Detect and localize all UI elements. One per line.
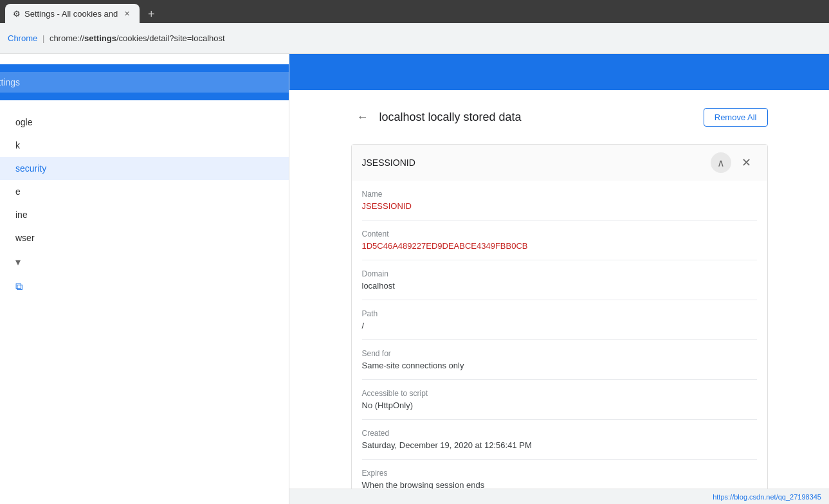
- field-value-created: Saturday, December 19, 2020 at 12:56:41 …: [362, 440, 757, 450]
- address-bar-row: Chrome | chrome://settings/cookies/detai…: [0, 23, 829, 54]
- field-value-expires: When the browsing session ends: [362, 480, 757, 489]
- field-value-content: 1D5C46A489227ED9DEABCE4349FBB0CB: [362, 241, 757, 251]
- cookie-field-path: Path /: [362, 300, 757, 340]
- breadcrumb-chrome-label: Chrome: [8, 33, 37, 43]
- sidebar-items: ogle k security e ine wser ▾ ⧉: [0, 100, 289, 299]
- search-input[interactable]: [0, 72, 289, 93]
- cookie-entry: JSESSIONID ∧ ✕ Name JSESSIONID Content 1…: [351, 144, 768, 489]
- panel-title: localhost locally stored data: [379, 111, 704, 124]
- field-value-send-for: Same-site connections only: [362, 361, 757, 370]
- field-label-name: Name: [362, 190, 757, 199]
- breadcrumb-separator: |: [42, 33, 44, 43]
- tab-close-button[interactable]: ✕: [122, 8, 132, 19]
- url-highlight: settings: [84, 33, 116, 43]
- dropdown-icon: ▾: [15, 256, 21, 267]
- field-label-domain: Domain: [362, 269, 757, 278]
- breadcrumb: Chrome | chrome://settings/cookies/detai…: [8, 33, 225, 43]
- field-value-path: /: [362, 321, 757, 330]
- cookie-field-expires: Expires When the browsing session ends: [362, 460, 757, 489]
- active-tab[interactable]: ⚙ Settings - All cookies and ✕: [5, 4, 140, 23]
- field-label-accessible: Accessible to script: [362, 389, 757, 398]
- sidebar-item-google-label: ogle: [15, 117, 32, 127]
- sidebar-item-security-label: security: [15, 163, 46, 174]
- field-label-send-for: Send for: [362, 349, 757, 358]
- search-container: 🔍: [0, 72, 289, 93]
- field-value-accessible: No (HttpOnly): [362, 401, 757, 410]
- cookie-field-name: Name JSESSIONID: [362, 181, 757, 221]
- sidebar-search-bar: 🔍: [0, 64, 289, 100]
- cookie-field-send-for: Send for Same-site connections only: [362, 340, 757, 380]
- field-value-name: JSESSIONID: [362, 201, 757, 211]
- cookie-field-content: Content 1D5C46A489227ED9DEABCE4349FBB0CB: [362, 221, 757, 260]
- sidebar-item-e-label: e: [15, 186, 21, 197]
- sidebar-external-link[interactable]: ⧉: [0, 274, 289, 299]
- cookie-entry-header: JSESSIONID ∧ ✕: [352, 145, 767, 181]
- content-header-bar: [289, 54, 829, 90]
- titlebar: ⚙ Settings - All cookies and ✕ +: [0, 0, 829, 23]
- main-layout: 🔍 ogle k security e ine wser: [0, 54, 829, 504]
- remove-all-button[interactable]: Remove All: [704, 108, 768, 127]
- cookie-field-domain: Domain localhost: [362, 260, 757, 300]
- new-tab-button[interactable]: +: [142, 5, 160, 23]
- sidebar: 🔍 ogle k security e ine wser: [0, 54, 289, 504]
- content-area: ← localhost locally stored data Remove A…: [289, 54, 829, 504]
- field-label-path: Path: [362, 309, 757, 318]
- tab-bar: ⚙ Settings - All cookies and ✕ +: [5, 0, 160, 23]
- cookie-panel: ← localhost locally stored data Remove A…: [341, 90, 778, 489]
- field-label-created: Created: [362, 429, 757, 438]
- panel-header: ← localhost locally stored data Remove A…: [351, 105, 768, 129]
- cookie-field-created: Created Saturday, December 19, 2020 at 1…: [362, 420, 757, 460]
- sidebar-dropdown[interactable]: ▾: [0, 249, 289, 274]
- collapse-button[interactable]: ∧: [711, 152, 731, 173]
- field-label-content: Content: [362, 230, 757, 239]
- tab-settings-icon: ⚙: [13, 9, 21, 19]
- cookie-field-accessible: Accessible to script No (HttpOnly): [362, 380, 757, 420]
- field-label-expires: Expires: [362, 469, 757, 478]
- sidebar-item-ine-label: ine: [15, 210, 28, 220]
- delete-cookie-button[interactable]: ✕: [736, 152, 757, 173]
- sidebar-item-k[interactable]: k: [0, 134, 289, 157]
- url-rest: /cookies/detail?site=localhost: [116, 33, 225, 43]
- sidebar-item-wser-label: wser: [15, 233, 35, 243]
- sidebar-item-security[interactable]: security: [0, 157, 289, 180]
- status-bar: https://blog.csdn.net/qq_27198345: [289, 489, 829, 504]
- field-value-domain: localhost: [362, 281, 757, 291]
- breadcrumb-url: chrome://settings/cookies/detail?site=lo…: [50, 33, 225, 43]
- sidebar-item-google[interactable]: ogle: [0, 111, 289, 134]
- sidebar-item-wser[interactable]: wser: [0, 226, 289, 249]
- external-link-icon: ⧉: [15, 281, 23, 292]
- status-url: https://blog.csdn.net/qq_27198345: [713, 493, 821, 501]
- cookie-name-label: JSESSIONID: [362, 158, 711, 168]
- sidebar-item-k-label: k: [15, 140, 20, 150]
- url-prefix: chrome://: [50, 33, 84, 43]
- cookie-fields: Name JSESSIONID Content 1D5C46A489227ED9…: [352, 181, 767, 489]
- content-main: ← localhost locally stored data Remove A…: [289, 90, 829, 489]
- sidebar-item-ine[interactable]: ine: [0, 203, 289, 226]
- sidebar-item-e[interactable]: e: [0, 180, 289, 203]
- back-button[interactable]: ←: [351, 105, 374, 129]
- tab-title: Settings - All cookies and: [24, 9, 118, 19]
